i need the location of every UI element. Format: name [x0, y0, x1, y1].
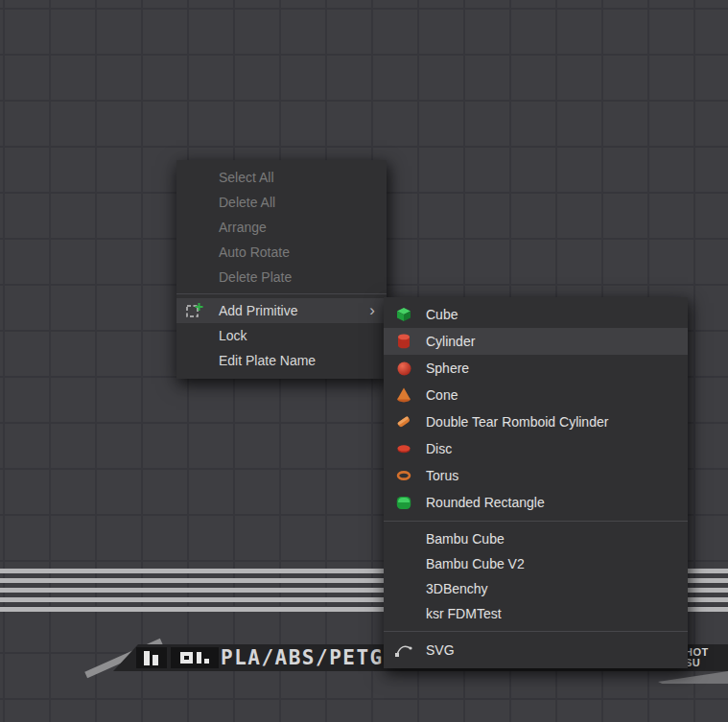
disc-icon — [394, 440, 413, 457]
submenu-item-bambu-cube-v2[interactable]: Bambu Cube V2 — [384, 551, 688, 576]
double-tear-romboid-cylinder-icon — [394, 413, 413, 431]
menu-item-delete-plate: Delete Plate — [176, 265, 387, 290]
menu-item-auto-rotate: Auto Rotate — [176, 240, 387, 265]
menu-item-label: Add Primitive — [219, 303, 297, 318]
submenu-separator — [384, 521, 688, 522]
menu-item-lock[interactable]: Lock — [176, 323, 387, 348]
submenu-item-label: 3DBenchy — [426, 581, 488, 596]
submenu-separator — [384, 631, 688, 632]
submenu-item-disc[interactable]: Disc — [384, 435, 688, 462]
submenu-item-sphere[interactable]: Sphere — [384, 355, 688, 382]
bambu-logo-icon — [136, 647, 167, 668]
submenu-item-label: ksr FDMTest — [426, 606, 502, 621]
submenu-item-label: Cylinder — [426, 334, 475, 349]
menu-separator — [176, 293, 387, 294]
submenu-item-rounded-rectangle[interactable]: Rounded Rectangle — [384, 489, 688, 516]
submenu-item-label: Bambu Cube V2 — [426, 556, 525, 571]
menu-item-arrange: Arrange — [176, 215, 387, 240]
submenu-item-ksr-fdmtest[interactable]: ksr FDMTest — [384, 601, 688, 626]
submenu-item-3dbenchy[interactable]: 3DBenchy — [384, 576, 688, 601]
add-primitive-submenu: Cube Cylinder Sphere — [384, 297, 688, 668]
sphere-icon — [394, 360, 413, 377]
menu-item-delete-all: Delete All — [176, 190, 387, 215]
submenu-item-label: Cube — [426, 307, 458, 322]
plate-context-menu: Select All Delete All Arrange Auto Rotat… — [176, 160, 387, 379]
rounded-rectangle-icon — [394, 494, 413, 511]
submenu-item-svg[interactable]: SVG — [384, 637, 688, 664]
menu-item-select-all: Select All — [176, 165, 387, 190]
submenu-item-label: Sphere — [426, 361, 469, 376]
submenu-item-label: SVG — [426, 642, 455, 658]
cube-icon — [394, 306, 413, 323]
submenu-item-cube[interactable]: Cube — [384, 301, 688, 328]
menu-item-add-primitive[interactable]: Add Primitive › — [176, 298, 387, 323]
brand-badge-icon — [171, 647, 219, 668]
torus-icon — [394, 467, 413, 484]
submenu-item-torus[interactable]: Torus — [384, 462, 688, 489]
submenu-arrow-icon: › — [369, 298, 375, 323]
submenu-item-label: Torus — [426, 468, 458, 483]
add-primitive-icon — [184, 301, 203, 320]
submenu-item-label: Disc — [426, 441, 452, 456]
plate-material-label: PLA/ABS/PETG — [221, 644, 384, 671]
submenu-item-label: Cone — [426, 387, 458, 403]
cylinder-icon — [394, 333, 413, 350]
svg-path-icon — [394, 641, 413, 659]
submenu-item-double-tear-romboid-cylinder[interactable]: Double Tear Romboid Cylinder — [384, 408, 688, 435]
submenu-item-label: Bambu Cube — [426, 531, 505, 547]
plate-right-label: HOT SU — [685, 647, 709, 668]
submenu-item-label: Rounded Rectangle — [426, 495, 545, 510]
menu-item-edit-plate-name[interactable]: Edit Plate Name — [176, 348, 387, 373]
submenu-item-cone[interactable]: Cone — [384, 382, 688, 408]
submenu-item-label: Double Tear Romboid Cylinder — [426, 414, 608, 430]
submenu-item-bambu-cube[interactable]: Bambu Cube — [384, 526, 688, 551]
submenu-item-cylinder[interactable]: Cylinder — [384, 328, 688, 355]
cone-icon — [394, 386, 413, 404]
